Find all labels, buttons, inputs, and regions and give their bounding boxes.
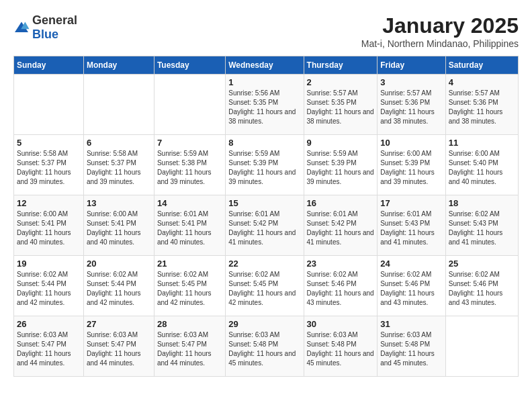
day-info: Sunrise: 6:01 AM Sunset: 5:43 PM Dayligh… — [380, 210, 443, 247]
calendar-cell: 12Sunrise: 6:00 AM Sunset: 5:41 PM Dayli… — [14, 195, 84, 256]
day-number: 16 — [307, 198, 375, 208]
calendar-cell: 2Sunrise: 5:57 AM Sunset: 5:35 PM Daylig… — [304, 75, 378, 135]
col-wednesday: Wednesday — [226, 56, 304, 75]
day-number: 10 — [380, 138, 443, 148]
col-saturday: Saturday — [445, 56, 518, 75]
calendar-cell: 17Sunrise: 6:01 AM Sunset: 5:43 PM Dayli… — [378, 195, 446, 256]
calendar-week-3: 12Sunrise: 6:00 AM Sunset: 5:41 PM Dayli… — [14, 195, 519, 256]
calendar-cell — [14, 75, 84, 135]
calendar-cell: 7Sunrise: 5:59 AM Sunset: 5:38 PM Daylig… — [154, 135, 225, 195]
day-info: Sunrise: 6:03 AM Sunset: 5:48 PM Dayligh… — [307, 330, 375, 368]
day-info: Sunrise: 6:00 AM Sunset: 5:41 PM Dayligh… — [87, 210, 151, 247]
subtitle: Mat-i, Northern Mindanao, Philippines — [361, 38, 519, 49]
title-area: January 2025 Mat-i, Northern Mindanao, P… — [361, 13, 519, 49]
day-number: 24 — [380, 259, 443, 269]
calendar-cell: 16Sunrise: 6:01 AM Sunset: 5:42 PM Dayli… — [304, 195, 378, 256]
day-number: 23 — [307, 259, 375, 269]
day-info: Sunrise: 6:03 AM Sunset: 5:48 PM Dayligh… — [228, 330, 300, 368]
calendar-cell: 22Sunrise: 6:02 AM Sunset: 5:45 PM Dayli… — [226, 256, 304, 316]
col-monday: Monday — [83, 56, 154, 75]
day-number: 12 — [17, 198, 81, 208]
day-info: Sunrise: 5:59 AM Sunset: 5:39 PM Dayligh… — [307, 149, 375, 187]
calendar-cell: 31Sunrise: 6:03 AM Sunset: 5:48 PM Dayli… — [378, 316, 446, 377]
calendar-cell: 4Sunrise: 5:57 AM Sunset: 5:36 PM Daylig… — [445, 75, 518, 135]
day-number: 21 — [157, 259, 222, 269]
day-number: 26 — [17, 319, 81, 329]
day-number: 30 — [307, 319, 375, 329]
col-sunday: Sunday — [14, 56, 84, 75]
col-friday: Friday — [378, 56, 446, 75]
day-number: 25 — [449, 259, 515, 269]
calendar-cell: 6Sunrise: 5:58 AM Sunset: 5:37 PM Daylig… — [83, 135, 154, 195]
day-number: 31 — [380, 319, 443, 329]
day-number: 4 — [449, 77, 515, 87]
day-info: Sunrise: 6:03 AM Sunset: 5:48 PM Dayligh… — [380, 330, 443, 368]
day-info: Sunrise: 5:58 AM Sunset: 5:37 PM Dayligh… — [87, 149, 151, 187]
day-info: Sunrise: 6:00 AM Sunset: 5:39 PM Dayligh… — [380, 149, 443, 187]
header: General Blue January 2025 Mat-i, Norther… — [13, 13, 519, 49]
day-info: Sunrise: 6:02 AM Sunset: 5:43 PM Dayligh… — [449, 210, 515, 247]
day-number: 15 — [228, 198, 300, 208]
calendar-cell: 15Sunrise: 6:01 AM Sunset: 5:42 PM Dayli… — [226, 195, 304, 256]
calendar-cell: 13Sunrise: 6:00 AM Sunset: 5:41 PM Dayli… — [83, 195, 154, 256]
day-number: 8 — [228, 138, 300, 148]
calendar-week-2: 5Sunrise: 5:58 AM Sunset: 5:37 PM Daylig… — [14, 135, 519, 195]
day-info: Sunrise: 5:57 AM Sunset: 5:35 PM Dayligh… — [307, 89, 375, 126]
day-number: 14 — [157, 198, 222, 208]
day-info: Sunrise: 6:00 AM Sunset: 5:40 PM Dayligh… — [449, 149, 515, 187]
calendar-cell: 1Sunrise: 5:56 AM Sunset: 5:35 PM Daylig… — [226, 75, 304, 135]
day-number: 6 — [87, 138, 151, 148]
calendar-cell: 10Sunrise: 6:00 AM Sunset: 5:39 PM Dayli… — [378, 135, 446, 195]
day-info: Sunrise: 6:02 AM Sunset: 5:45 PM Dayligh… — [157, 270, 222, 308]
calendar-week-4: 19Sunrise: 6:02 AM Sunset: 5:44 PM Dayli… — [14, 256, 519, 316]
header-row: Sunday Monday Tuesday Wednesday Thursday… — [14, 56, 519, 75]
logo-blue: Blue — [32, 28, 58, 41]
calendar-cell: 25Sunrise: 6:02 AM Sunset: 5:46 PM Dayli… — [445, 256, 518, 316]
day-info: Sunrise: 6:03 AM Sunset: 5:47 PM Dayligh… — [17, 330, 81, 368]
day-number: 29 — [228, 319, 300, 329]
calendar-week-1: 1Sunrise: 5:56 AM Sunset: 5:35 PM Daylig… — [14, 75, 519, 135]
calendar-cell: 27Sunrise: 6:03 AM Sunset: 5:47 PM Dayli… — [83, 316, 154, 377]
col-thursday: Thursday — [304, 56, 378, 75]
calendar-cell: 21Sunrise: 6:02 AM Sunset: 5:45 PM Dayli… — [154, 256, 225, 316]
calendar-cell — [83, 75, 154, 135]
logo: General Blue — [13, 13, 77, 42]
day-info: Sunrise: 6:03 AM Sunset: 5:47 PM Dayligh… — [87, 330, 151, 368]
day-info: Sunrise: 6:02 AM Sunset: 5:45 PM Dayligh… — [228, 270, 300, 308]
day-number: 7 — [157, 138, 222, 148]
day-number: 5 — [17, 138, 81, 148]
calendar-cell: 8Sunrise: 5:59 AM Sunset: 5:39 PM Daylig… — [226, 135, 304, 195]
day-number: 3 — [380, 77, 443, 87]
col-tuesday: Tuesday — [154, 56, 225, 75]
day-number: 11 — [449, 138, 515, 148]
calendar-cell: 20Sunrise: 6:02 AM Sunset: 5:44 PM Dayli… — [83, 256, 154, 316]
calendar-cell: 28Sunrise: 6:03 AM Sunset: 5:47 PM Dayli… — [154, 316, 225, 377]
day-info: Sunrise: 5:56 AM Sunset: 5:35 PM Dayligh… — [228, 89, 300, 126]
calendar-cell: 14Sunrise: 6:01 AM Sunset: 5:41 PM Dayli… — [154, 195, 225, 256]
day-info: Sunrise: 5:59 AM Sunset: 5:39 PM Dayligh… — [228, 149, 300, 187]
day-info: Sunrise: 6:02 AM Sunset: 5:44 PM Dayligh… — [17, 270, 81, 308]
day-number: 1 — [228, 77, 300, 87]
day-info: Sunrise: 6:02 AM Sunset: 5:46 PM Dayligh… — [380, 270, 443, 308]
calendar-week-5: 26Sunrise: 6:03 AM Sunset: 5:47 PM Dayli… — [14, 316, 519, 377]
day-number: 2 — [307, 77, 375, 87]
day-number: 28 — [157, 319, 222, 329]
logo-icon — [13, 21, 30, 34]
calendar-cell — [154, 75, 225, 135]
day-info: Sunrise: 6:01 AM Sunset: 5:42 PM Dayligh… — [307, 210, 375, 247]
calendar-cell: 23Sunrise: 6:02 AM Sunset: 5:46 PM Dayli… — [304, 256, 378, 316]
day-info: Sunrise: 5:58 AM Sunset: 5:37 PM Dayligh… — [17, 149, 81, 187]
calendar-cell: 30Sunrise: 6:03 AM Sunset: 5:48 PM Dayli… — [304, 316, 378, 377]
calendar-cell — [445, 316, 518, 377]
logo-text: General Blue — [32, 13, 77, 42]
day-number: 13 — [87, 198, 151, 208]
day-number: 9 — [307, 138, 375, 148]
day-info: Sunrise: 6:01 AM Sunset: 5:41 PM Dayligh… — [157, 210, 222, 247]
calendar-cell: 18Sunrise: 6:02 AM Sunset: 5:43 PM Dayli… — [445, 195, 518, 256]
calendar-cell: 3Sunrise: 5:57 AM Sunset: 5:36 PM Daylig… — [378, 75, 446, 135]
main-title: January 2025 — [361, 13, 519, 38]
day-info: Sunrise: 5:59 AM Sunset: 5:38 PM Dayligh… — [157, 149, 222, 187]
calendar-cell: 11Sunrise: 6:00 AM Sunset: 5:40 PM Dayli… — [445, 135, 518, 195]
day-info: Sunrise: 5:57 AM Sunset: 5:36 PM Dayligh… — [380, 89, 443, 126]
day-info: Sunrise: 6:00 AM Sunset: 5:41 PM Dayligh… — [17, 210, 81, 247]
